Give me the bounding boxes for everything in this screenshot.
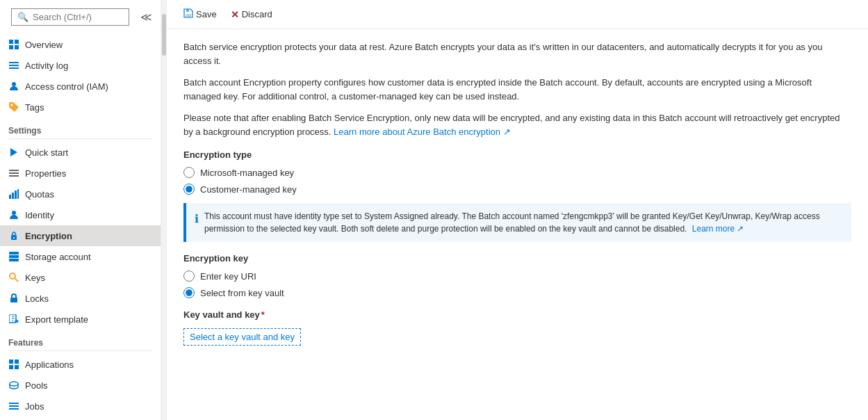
collapse-sidebar-button[interactable]: ≪ [135, 5, 158, 29]
nav-item-access-control[interactable]: Access control (IAM) [0, 76, 161, 97]
learn-more-info-link[interactable]: Learn more ↗ [692, 224, 744, 234]
radio-select-vault-input[interactable] [183, 287, 195, 298]
nav-item-keys[interactable]: Keys [0, 267, 161, 288]
tags-label: Tags [25, 102, 44, 113]
svg-rect-3 [15, 45, 19, 49]
content-area: Batch service encryption protects your d… [167, 29, 868, 420]
info-box: ℹ This account must have identity type s… [183, 203, 851, 242]
svg-rect-35 [186, 9, 189, 12]
svg-rect-24 [10, 298, 17, 302]
svg-rect-22 [9, 259, 19, 261]
discard-button[interactable]: ✕ Discard [225, 6, 278, 23]
svg-rect-2 [9, 45, 13, 49]
svg-rect-19 [13, 237, 15, 239]
overview-label: Overview [25, 40, 63, 50]
required-star: * [261, 309, 265, 320]
export-template-icon [8, 314, 19, 325]
svg-rect-1 [15, 40, 19, 44]
quick-start-icon [8, 147, 19, 158]
tags-icon [8, 102, 19, 113]
access-control-label: Access control (IAM) [25, 81, 108, 92]
svg-rect-31 [9, 403, 19, 404]
svg-rect-16 [17, 189, 19, 199]
activity-log-icon [8, 60, 19, 71]
save-label: Save [196, 9, 217, 19]
keys-label: Keys [25, 273, 45, 283]
settings-section-label: Settings [0, 118, 161, 138]
description-3: Please note that after enabling Batch Se… [183, 111, 851, 138]
radio-select-vault-label: Select from key vault [200, 288, 284, 298]
key-vault-label: Key vault and key [183, 309, 260, 320]
nav-item-applications[interactable]: Applications [0, 354, 161, 375]
svg-rect-13 [9, 195, 11, 199]
svg-rect-11 [9, 172, 19, 174]
svg-point-7 [12, 82, 16, 86]
encryption-type-section: Encryption type [183, 150, 851, 160]
properties-label: Properties [25, 168, 66, 179]
radio-enter-uri-label: Enter key URI [200, 271, 256, 282]
nav-item-quick-start[interactable]: Quick start [0, 142, 161, 163]
encryption-key-section: Encryption key [183, 253, 851, 264]
svg-rect-10 [9, 170, 19, 171]
locks-label: Locks [25, 293, 49, 304]
svg-rect-20 [9, 252, 19, 255]
keys-icon [8, 272, 19, 283]
learn-more-encryption-link[interactable]: Learn more about Azure Batch encryption … [334, 127, 511, 137]
save-button[interactable]: Save [178, 6, 222, 23]
search-box[interactable]: 🔍 [11, 8, 129, 26]
sidebar-scrollbar[interactable] [161, 0, 167, 420]
svg-rect-33 [9, 408, 19, 410]
encryption-type-radio-group: Microsoft-managed key Customer-managed k… [183, 167, 851, 195]
svg-rect-26 [9, 360, 13, 364]
jobs-icon [8, 401, 19, 412]
nav-item-export-template[interactable]: Export template [0, 309, 161, 330]
activity-log-label: Activity log [25, 60, 68, 71]
nav-item-identity[interactable]: Identity [0, 204, 161, 225]
nav-item-properties[interactable]: Properties [0, 163, 161, 184]
svg-rect-28 [9, 365, 13, 369]
access-control-icon [8, 81, 19, 92]
svg-marker-9 [10, 148, 17, 156]
svg-rect-0 [9, 40, 13, 44]
radio-customer-label: Customer-managed key [200, 184, 297, 195]
nav-item-locks[interactable]: Locks [0, 288, 161, 309]
svg-rect-27 [15, 360, 19, 364]
radio-select-vault[interactable]: Select from key vault [183, 287, 851, 298]
select-key-vault-link[interactable]: Select a key vault and key [183, 328, 301, 346]
radio-enter-uri[interactable]: Enter key URI [183, 270, 851, 282]
overview-icon [8, 39, 19, 50]
radio-microsoft-managed[interactable]: Microsoft-managed key [183, 167, 851, 178]
encryption-label: Encryption [25, 231, 72, 241]
nav-item-encryption[interactable]: Encryption [0, 225, 161, 246]
sidebar-navigation: Overview Activity log Access control (IA… [0, 34, 161, 420]
radio-customer-managed[interactable]: Customer-managed key [183, 184, 851, 195]
key-vault-section: Key vault and key * Select a key vault a… [183, 309, 851, 346]
radio-enter-uri-input[interactable] [183, 270, 195, 282]
identity-label: Identity [25, 210, 54, 220]
nav-item-tags[interactable]: Tags [0, 97, 161, 118]
description-2: Batch account Encryption property config… [183, 76, 851, 103]
nav-item-quotas[interactable]: Quotas [0, 184, 161, 204]
quick-start-label: Quick start [25, 147, 68, 158]
search-input[interactable] [33, 12, 123, 22]
description-1: Batch service encryption protects your d… [183, 40, 851, 67]
pools-label: Pools [25, 380, 48, 391]
radio-customer-input[interactable] [183, 184, 195, 195]
sidebar-scrollbar-thumb[interactable] [162, 14, 166, 56]
nav-item-storage-account[interactable]: Storage account [0, 246, 161, 267]
applications-icon [8, 359, 19, 370]
nav-item-activity-log[interactable]: Activity log [0, 55, 161, 76]
radio-microsoft-input[interactable] [183, 167, 195, 178]
nav-item-overview[interactable]: Overview [0, 34, 161, 55]
svg-rect-32 [9, 405, 19, 407]
info-text: This account must have identity type set… [204, 210, 843, 235]
svg-rect-21 [9, 255, 19, 258]
nav-item-jobs[interactable]: Jobs [0, 396, 161, 417]
nav-item-pools[interactable]: Pools [0, 375, 161, 396]
main-content: Save ✕ Discard Batch service encryption … [167, 0, 868, 420]
svg-point-30 [10, 382, 18, 386]
applications-label: Applications [25, 360, 74, 370]
toolbar: Save ✕ Discard [167, 0, 868, 29]
jobs-label: Jobs [25, 401, 44, 412]
svg-rect-34 [186, 14, 191, 17]
